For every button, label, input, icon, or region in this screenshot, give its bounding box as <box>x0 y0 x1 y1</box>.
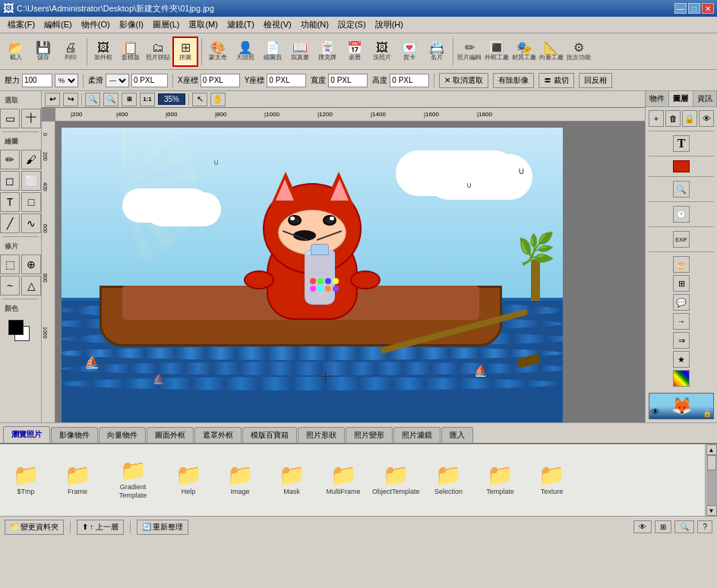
menu-object[interactable]: 物件(O) <box>77 17 115 32</box>
rt-arrows2-button[interactable]: ⇒ <box>673 332 690 349</box>
blur-input[interactable] <box>131 74 168 87</box>
rt-grid-button[interactable]: ⊞ <box>673 275 690 292</box>
blur-select[interactable]: — <box>106 74 129 87</box>
view-toggle-button[interactable]: 👁 <box>633 520 652 533</box>
folder-texture[interactable]: 📁 Texture <box>529 465 575 496</box>
folder-help[interactable]: 📁 Help <box>166 465 211 496</box>
menu-select[interactable]: 選取(M) <box>184 17 223 32</box>
text-button[interactable]: T <box>0 192 20 212</box>
select-lasso-button[interactable]: 〸 <box>21 109 41 128</box>
tab-object[interactable]: 物件 <box>646 91 669 106</box>
framefactory-button[interactable]: 🔳 外框工廠 <box>484 36 510 67</box>
menu-file[interactable]: 檔案(F) <box>3 17 39 32</box>
btab-imgframe[interactable]: 圖面外框 <box>147 427 194 443</box>
hand-tool-button[interactable]: ✋ <box>210 93 226 106</box>
menu-layer[interactable]: 圖層(L) <box>148 17 184 32</box>
tab-info[interactable]: 資訊 <box>693 91 717 106</box>
menu-filter[interactable]: 濾鏡(T) <box>223 17 259 32</box>
photobook-button[interactable]: 📖 寫真書 <box>287 36 313 67</box>
reorganize-button[interactable]: 🔄 重新整理 <box>137 520 188 535</box>
print-button[interactable]: 🖨 列印 <box>58 36 84 67</box>
folder-mask[interactable]: 📁 Mask <box>269 465 314 496</box>
info-button[interactable]: 🔍 <box>674 520 694 533</box>
load-button[interactable]: 📂 載入 <box>3 36 29 67</box>
select-rect-button[interactable]: ▭ <box>0 109 20 128</box>
line-button[interactable]: ╱ <box>0 213 20 233</box>
folder-object-template[interactable]: 📁 ObjectTemplate <box>372 465 420 496</box>
save-button[interactable]: 💾 儲存 <box>30 36 56 67</box>
frame-button[interactable]: 🖼 加外框 <box>90 36 116 67</box>
rt-add-button[interactable]: + <box>649 110 664 127</box>
height-input[interactable] <box>390 74 429 87</box>
thumb-eye-button[interactable]: 👁 <box>651 406 660 417</box>
rt-visibility-button[interactable]: 👁 <box>699 110 714 127</box>
tab-layer[interactable]: 圖層 <box>669 91 693 106</box>
fb-scroll-area[interactable]: 📁 $Tmp 📁 Frame 📁 Gradient Template 📁 Hel… <box>0 444 705 516</box>
menu-settings[interactable]: 設定(S) <box>333 17 371 32</box>
eraser-button[interactable]: ◻ <box>0 171 20 191</box>
rt-history-button[interactable]: 🕐 <box>673 206 690 223</box>
zoom-out-button[interactable]: 🔍 <box>103 93 118 106</box>
rt-text-button[interactable]: T <box>673 135 690 152</box>
rt-exif-button[interactable]: EXIF <box>673 231 690 248</box>
card-button[interactable]: 🃏 撲克牌 <box>314 36 340 67</box>
menu-image[interactable]: 影像(I) <box>115 17 148 32</box>
change-folder-button[interactable]: 📁 變更資料夾 <box>5 520 64 535</box>
scroll-down-button[interactable]: ▼ <box>706 505 717 516</box>
batch-button[interactable]: ⚙ 批次功能 <box>566 36 592 67</box>
smear-button[interactable]: ~ <box>0 276 20 296</box>
pressure-input[interactable] <box>22 74 52 87</box>
menu-edit[interactable]: 編輯(E) <box>39 17 77 32</box>
thumbnail-button[interactable]: 📄 縮圖頁 <box>260 36 286 67</box>
photoeditor-button[interactable]: ✏ 照片編輯 <box>456 36 482 67</box>
btab-imgobj[interactable]: 影像物件 <box>51 427 98 443</box>
folder-gradient-template[interactable]: 📁 Gradient Template <box>106 460 160 500</box>
texturefactory-button[interactable]: 🎭 材質工廠 <box>511 36 537 67</box>
menu-view[interactable]: 檢視(V) <box>259 17 296 32</box>
folder-selection[interactable]: 📁 Selection <box>426 465 472 496</box>
menu-help[interactable]: 說明(H) <box>371 17 408 32</box>
delete-image-button[interactable]: 有除影像 <box>493 73 534 88</box>
scroll-track[interactable] <box>706 455 717 505</box>
rt-color-block[interactable] <box>673 160 690 172</box>
help2-button[interactable]: ? <box>697 520 712 533</box>
folder-frame[interactable]: 📁 Frame <box>55 465 100 496</box>
btab-vecobj[interactable]: 向量物件 <box>99 427 146 443</box>
undo-button[interactable]: ↩ <box>45 93 60 106</box>
crop-button[interactable]: 〓 裁切 <box>539 73 574 88</box>
up-level-button[interactable]: ⬆ ↑ 上一層 <box>77 520 124 535</box>
scroll-thumb[interactable] <box>707 455 716 470</box>
washphoto-button[interactable]: 🖼 洗照片 <box>369 36 395 67</box>
redo-button[interactable]: ↪ <box>63 93 78 106</box>
folder-template[interactable]: 📁 Template <box>478 465 523 496</box>
ycoor-input[interactable] <box>267 74 306 87</box>
scroll-up-button[interactable]: ▲ <box>706 444 717 455</box>
btab-phototransform[interactable]: 照片變形 <box>346 427 393 443</box>
template-button[interactable]: 📋 套模版 <box>118 36 144 67</box>
rt-zoom-button[interactable]: 🔍 <box>673 181 690 198</box>
thumb-lock-button[interactable]: 🔒 <box>703 409 712 417</box>
crop-tool-button[interactable]: ⬚ <box>0 254 20 274</box>
pressure-unit[interactable]: % <box>55 74 78 87</box>
zoom-fit-button[interactable]: ⊞ <box>122 93 137 106</box>
foreground-color-swatch[interactable] <box>8 320 24 335</box>
width-input[interactable] <box>328 74 368 87</box>
btab-browse[interactable]: 瀏覽照片 <box>3 426 50 443</box>
puzzle-button[interactable]: ⊞ 拼圖 <box>172 36 198 67</box>
cancel-select-button[interactable]: ✕ 取消選取 <box>439 73 488 88</box>
rt-lock-button[interactable]: 🔒 <box>682 110 697 127</box>
rt-star-button[interactable]: ★ <box>673 351 690 368</box>
btab-photofilter[interactable]: 照片濾鏡 <box>393 427 441 443</box>
pencil-button[interactable]: ✏ <box>0 150 20 169</box>
namecard-button[interactable]: 📇 名片 <box>424 36 450 67</box>
maximize-button[interactable]: □ <box>688 3 700 14</box>
sharpen-button[interactable]: △ <box>21 276 41 296</box>
btab-photoshape[interactable]: 照片形狀 <box>298 427 345 443</box>
zoom-in-button[interactable]: 🔍 <box>85 93 100 106</box>
close-button[interactable]: ✕ <box>702 3 714 14</box>
canvas-area[interactable]: ∪ ∪ ∪ 🌿 <box>55 122 645 422</box>
menu-function[interactable]: 功能(N) <box>296 17 333 32</box>
minimize-button[interactable]: — <box>674 3 687 14</box>
sort-button[interactable]: ⊞ <box>655 520 671 533</box>
cursor-tool-button[interactable]: ↖ <box>192 93 207 106</box>
